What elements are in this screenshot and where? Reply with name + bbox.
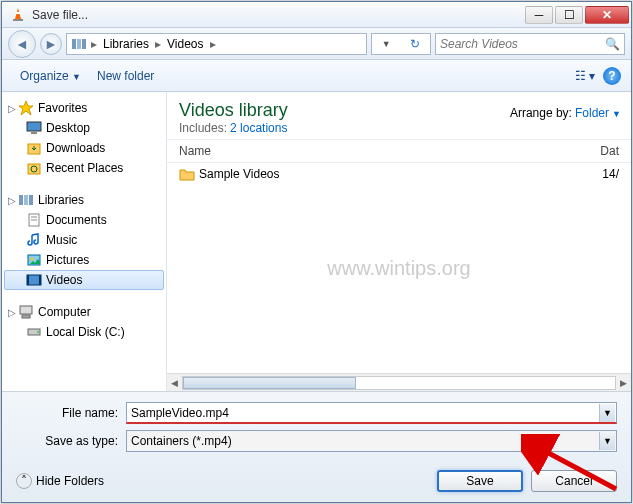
view-options-button[interactable]: ☷ ▾ <box>575 69 595 83</box>
desktop-icon <box>26 120 42 136</box>
address-bar[interactable]: ▸ Libraries ▸ Videos ▸ <box>66 33 367 55</box>
pictures-icon <box>26 252 42 268</box>
downloads-icon <box>26 140 42 156</box>
svg-rect-5 <box>82 39 86 49</box>
maximize-button[interactable]: ☐ <box>555 6 583 24</box>
locations-link[interactable]: 2 locations <box>230 121 287 135</box>
recent-icon <box>26 160 42 176</box>
svg-rect-20 <box>27 275 41 285</box>
svg-rect-7 <box>27 122 41 131</box>
save-file-dialog: Save file... ─ ☐ ✕ ◄ ► ▸ Libraries ▸ Vid… <box>1 1 632 503</box>
folder-icon <box>179 166 195 182</box>
search-input[interactable] <box>440 37 605 51</box>
navigation-tree: ▷Favorites Desktop Downloads Recent Plac… <box>2 92 167 391</box>
favorites-group[interactable]: ▷Favorites <box>4 98 164 118</box>
refresh-icon[interactable]: ↻ <box>410 37 420 51</box>
cancel-button[interactable]: Cancel <box>531 470 617 492</box>
filename-label: File name: <box>16 406 126 420</box>
sidebar-item-videos[interactable]: Videos <box>4 270 164 290</box>
column-headers[interactable]: Name Dat <box>167 140 631 163</box>
svg-rect-12 <box>19 195 23 205</box>
svg-rect-21 <box>27 275 29 285</box>
window-title: Save file... <box>32 8 523 22</box>
libraries-icon <box>71 36 87 52</box>
svg-rect-14 <box>29 195 33 205</box>
new-folder-button[interactable]: New folder <box>89 65 162 87</box>
file-name: Sample Videos <box>199 167 602 181</box>
nav-bar: ◄ ► ▸ Libraries ▸ Videos ▸ ▼ ↻ 🔍 <box>2 28 631 60</box>
vlc-icon <box>10 7 26 23</box>
libraries-icon <box>18 192 34 208</box>
file-row[interactable]: Sample Videos 14/ <box>167 163 631 185</box>
svg-point-19 <box>31 258 34 261</box>
minimize-button[interactable]: ─ <box>525 6 553 24</box>
filename-input[interactable] <box>126 402 617 424</box>
filename-dropdown-icon[interactable]: ▼ <box>599 404 615 422</box>
sidebar-item-documents[interactable]: Documents <box>4 210 164 230</box>
saveastype-label: Save as type: <box>16 434 126 448</box>
sidebar-item-pictures[interactable]: Pictures <box>4 250 164 270</box>
help-icon[interactable]: ? <box>603 67 621 85</box>
refresh-box: ▼ ↻ <box>371 33 431 55</box>
hide-folders-button[interactable]: ˄ Hide Folders <box>16 473 104 489</box>
svg-rect-3 <box>72 39 76 49</box>
breadcrumb-videos[interactable]: Videos <box>163 37 207 51</box>
library-header: Videos library Includes: 2 locations Arr… <box>167 92 631 140</box>
computer-icon <box>18 304 34 320</box>
sidebar-item-localdisk[interactable]: Local Disk (C:) <box>4 322 164 342</box>
history-dropdown-icon[interactable]: ▼ <box>382 39 391 49</box>
svg-marker-6 <box>19 101 33 115</box>
file-date: 14/ <box>602 167 619 181</box>
saveastype-select[interactable] <box>126 430 617 452</box>
horizontal-scrollbar[interactable]: ◀ ▶ <box>167 373 631 391</box>
documents-icon <box>26 212 42 228</box>
chevron-up-icon: ˄ <box>16 473 32 489</box>
music-icon <box>26 232 42 248</box>
content-pane: Videos library Includes: 2 locations Arr… <box>167 92 631 391</box>
videos-icon <box>26 272 42 288</box>
breadcrumb-libraries[interactable]: Libraries <box>99 37 153 51</box>
close-button[interactable]: ✕ <box>585 6 629 24</box>
svg-rect-24 <box>22 315 30 318</box>
search-box[interactable]: 🔍 <box>435 33 625 55</box>
svg-rect-23 <box>20 306 32 314</box>
organize-menu[interactable]: Organize ▼ <box>12 65 89 87</box>
scroll-right-icon[interactable]: ▶ <box>620 378 627 388</box>
svg-rect-1 <box>13 19 23 21</box>
back-button[interactable]: ◄ <box>8 30 36 58</box>
column-name[interactable]: Name <box>179 144 600 158</box>
sidebar-item-downloads[interactable]: Downloads <box>4 138 164 158</box>
toolbar: Organize ▼ New folder ☷ ▾ ? <box>2 60 631 92</box>
arrange-by[interactable]: Arrange by: Folder ▼ <box>510 106 621 120</box>
save-button[interactable]: Save <box>437 470 523 492</box>
column-date[interactable]: Dat <box>600 144 619 158</box>
svg-rect-2 <box>16 12 20 14</box>
svg-rect-4 <box>77 39 81 49</box>
libraries-group[interactable]: ▷Libraries <box>4 190 164 210</box>
scroll-left-icon[interactable]: ◀ <box>171 378 178 388</box>
svg-point-26 <box>37 331 39 333</box>
file-list: Sample Videos 14/ www.wintips.org <box>167 163 631 373</box>
computer-group[interactable]: ▷Computer <box>4 302 164 322</box>
search-icon: 🔍 <box>605 37 620 51</box>
sidebar-item-desktop[interactable]: Desktop <box>4 118 164 138</box>
watermark: www.wintips.org <box>327 257 470 280</box>
svg-rect-13 <box>24 195 28 205</box>
forward-button[interactable]: ► <box>40 33 62 55</box>
saveastype-dropdown-icon[interactable]: ▼ <box>599 432 615 450</box>
scroll-thumb[interactable] <box>183 377 356 389</box>
svg-rect-8 <box>31 132 37 134</box>
sidebar-item-recent[interactable]: Recent Places <box>4 158 164 178</box>
sidebar-item-music[interactable]: Music <box>4 230 164 250</box>
drive-icon <box>26 324 42 340</box>
star-icon <box>18 100 34 116</box>
title-bar: Save file... ─ ☐ ✕ <box>2 2 631 28</box>
svg-rect-22 <box>39 275 41 285</box>
bottom-panel: File name: ▼ Save as type: ▼ ˄ Hide Fold… <box>2 391 631 502</box>
